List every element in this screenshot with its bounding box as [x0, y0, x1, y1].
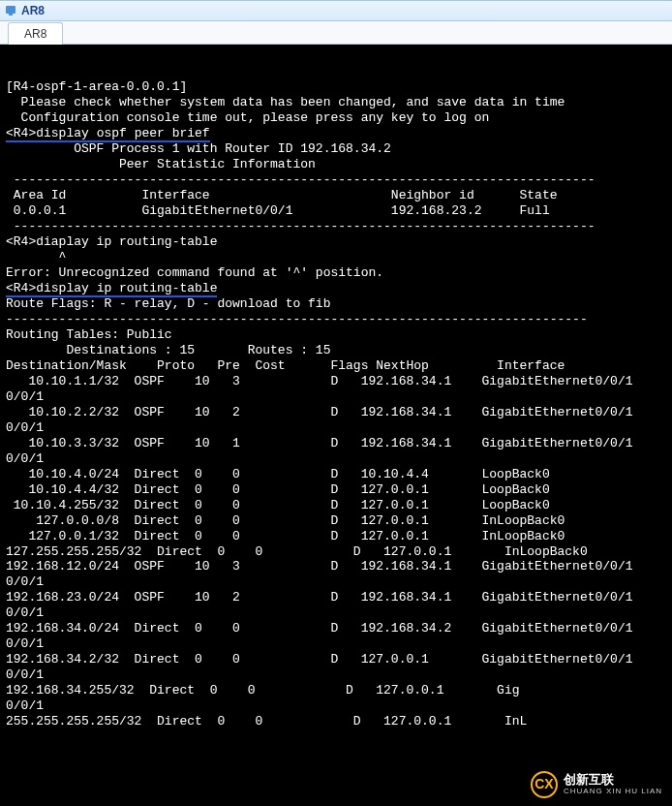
svg-rect-1 [9, 14, 13, 16]
watermark-logo-icon: CX [531, 771, 558, 798]
terminal-line: 192.168.34.0/24 Direct 0 0 D 192.168.34.… [6, 621, 666, 636]
terminal-line: ^ [6, 250, 666, 265]
watermark-brand: 创新互联 [564, 773, 662, 787]
svg-rect-0 [6, 6, 15, 14]
terminal-line: Please check whether system data has bee… [6, 95, 666, 110]
terminal-line: Peer Statistic Information [6, 157, 666, 172]
tab-strip: AR8 [0, 21, 672, 45]
terminal-line: 10.10.2.2/32 OSPF 10 2 D 192.168.34.1 Gi… [6, 405, 666, 420]
terminal-line: 0/0/1 [6, 667, 666, 683]
terminal-line: OSPF Process 1 with Router ID 192.168.34… [6, 141, 666, 157]
terminal-line: [R4-ospf-1-area-0.0.0.1] [6, 79, 666, 95]
terminal-line: Routing Tables: Public [6, 327, 666, 343]
watermark-sub: CHUANG XIN HU LIAN [564, 788, 662, 796]
terminal-line: 10.10.4.0/24 Direct 0 0 D 10.10.4.4 Loop… [6, 467, 666, 482]
terminal-line: 127.255.255.255/32 Direct 0 0 D 127.0.0.… [6, 544, 666, 560]
terminal-line: 192.168.12.0/24 OSPF 10 3 D 192.168.34.1… [6, 559, 666, 574]
terminal-line: 0/0/1 [6, 451, 666, 467]
terminal-line: 0/0/1 [6, 389, 666, 405]
terminal-line: 127.0.0.0/8 Direct 0 0 D 127.0.0.1 InLoo… [6, 513, 666, 529]
terminal-line: 0/0/1 [6, 636, 666, 652]
terminal-line: 10.10.4.4/32 Direct 0 0 D 127.0.0.1 Loop… [6, 482, 666, 498]
terminal-output[interactable]: [R4-ospf-1-area-0.0.0.1] Please check wh… [0, 45, 672, 806]
terminal-line: Configuration console time out, please p… [6, 110, 666, 126]
terminal-line: Destination/Mask Proto Pre Cost Flags Ne… [6, 358, 666, 374]
terminal-line: 127.0.0.1/32 Direct 0 0 D 127.0.0.1 InLo… [6, 529, 666, 544]
terminal-line: 255.255.255.255/32 Direct 0 0 D 127.0.0.… [6, 714, 666, 729]
tab-label: AR8 [24, 27, 46, 41]
terminal-line: 10.10.1.1/32 OSPF 10 3 D 192.168.34.1 Gi… [6, 374, 666, 389]
terminal-line: 0/0/1 [6, 698, 666, 714]
app-icon [4, 4, 17, 17]
terminal-line: ----------------------------------------… [6, 172, 666, 188]
terminal-line: <R4>display ip routing-table [6, 281, 666, 296]
terminal-line: 192.168.34.2/32 Direct 0 0 D 127.0.0.1 G… [6, 652, 666, 667]
terminal-line: 10.10.4.255/32 Direct 0 0 D 127.0.0.1 Lo… [6, 498, 666, 513]
terminal-line: 192.168.34.255/32 Direct 0 0 D 127.0.0.1… [6, 683, 666, 698]
terminal-line: 0/0/1 [6, 420, 666, 436]
window-title-bar: AR8 [0, 0, 672, 21]
terminal-line: <R4>display ospf peer brief [6, 126, 666, 141]
watermark: CX 创新互联 CHUANG XIN HU LIAN [527, 769, 666, 800]
terminal-line: 0/0/1 [6, 574, 666, 590]
terminal-line: Destinations : 15 Routes : 15 [6, 343, 666, 358]
terminal-line: ----------------------------------------… [6, 312, 666, 327]
terminal-line: 0.0.0.1 GigabitEthernet0/0/1 192.168.23.… [6, 203, 666, 219]
terminal-line: Route Flags: R - relay, D - download to … [6, 296, 666, 312]
terminal-line: Error: Unrecognized command found at '^'… [6, 265, 666, 281]
terminal-line: Area Id Interface Neighbor id State [6, 188, 666, 203]
terminal-line: 192.168.23.0/24 OSPF 10 2 D 192.168.34.1… [6, 590, 666, 605]
window-title: AR8 [21, 4, 45, 17]
terminal-line: 0/0/1 [6, 605, 666, 621]
terminal-line: 10.10.3.3/32 OSPF 10 1 D 192.168.34.1 Gi… [6, 436, 666, 451]
terminal-line: <R4>diaplay ip routing-table [6, 234, 666, 250]
tab-ar8[interactable]: AR8 [8, 22, 63, 45]
terminal-line: ----------------------------------------… [6, 219, 666, 234]
